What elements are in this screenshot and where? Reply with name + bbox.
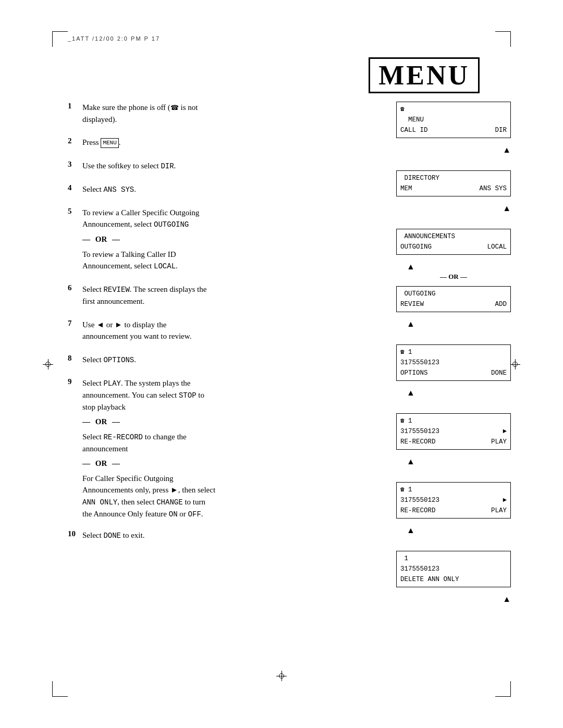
screen-5-done: DONE [491, 368, 507, 378]
screen-6-row-3: RE-RECORD PLAY [400, 437, 507, 447]
screen-7-wrapper: ☎ 1 3175550123 ► RE-RECORD PLAY ▲ [396, 482, 511, 535]
screen-8-number: 3175550123 [400, 564, 439, 574]
screen-5-number: 3175550123 [400, 357, 439, 368]
screen-3: ANNOUNCEMENTS OUTGOING LOCAL [396, 229, 511, 255]
screen-4-review: REVIEW [400, 299, 424, 310]
step-num-5: 5 [68, 207, 82, 216]
crosshair-left [43, 359, 53, 369]
screen-5: ☎ 1 3175550123 OPTIONS DONE [396, 344, 511, 381]
step-5: 5 To review a Caller Specific Outgoing A… [68, 207, 318, 273]
screen-5-row-3: OPTIONS DONE [400, 368, 507, 378]
screen-2-row-1: DIRECTORY [400, 173, 507, 183]
screen-8-delete: DELETE ANN ONLY [400, 574, 459, 585]
screen-8-num: 1 [400, 553, 408, 564]
content-right: ☎ MENU CALL ID DIR ▲ DIRECTORY MEM ANS S… [396, 102, 511, 620]
screen-8-row-1: 1 [400, 553, 507, 564]
screen-3-wrapper: ANNOUNCEMENTS OUTGOING LOCAL ▲ — OR — [396, 229, 511, 281]
screen-7: ☎ 1 3175550123 ► RE-RECORD PLAY [396, 482, 511, 519]
phone-icon-5: ☎ 1 [400, 347, 412, 357]
corner-mark-bl-h [52, 696, 68, 697]
screen-4: OUTGOING REVIEW ADD [396, 286, 511, 312]
crosshair-right [510, 359, 520, 369]
corner-mark-br-h [495, 696, 511, 697]
screen-6-row-1: ☎ 1 [400, 416, 507, 426]
screen-5-arrow: ▲ [396, 388, 511, 398]
phone-icon-6: ☎ 1 [400, 416, 412, 426]
screen-2: DIRECTORY MEM ANS SYS [396, 170, 511, 196]
screen-8-wrapper: 1 3175550123 DELETE ANN ONLY ▲ [396, 551, 511, 604]
screen-3-outgoing: OUTGOING [400, 242, 432, 252]
step-1: 1 Make sure the phone is off (☎ is notdi… [68, 102, 318, 125]
step-4-content: Select ANS SYS. [82, 183, 136, 195]
step-6-content: Select REVIEW. The screen displays thefi… [82, 283, 206, 307]
screen-8: 1 3175550123 DELETE ANN ONLY [396, 551, 511, 587]
step-9: 9 Select PLAY. The system plays the anno… [68, 377, 318, 520]
or-divider-9a: OR [82, 416, 215, 428]
step-7: 7 Use ◄ or ► to display theannouncement … [68, 319, 318, 342]
screen-6-arrow: ▲ [396, 457, 511, 466]
screen-7-row-3: RE-RECORD PLAY [400, 505, 507, 516]
screen-7-rerecord: RE-RECORD [400, 505, 436, 516]
screen-2-mem: MEM [400, 183, 412, 194]
screen-1-arrow: ▲ [396, 145, 511, 155]
screen-7-arrow: ▲ [396, 526, 511, 535]
step-num-3: 3 [68, 160, 82, 169]
screen-6-play: PLAY [491, 437, 507, 447]
step-num-6: 6 [68, 283, 82, 292]
corner-mark-tr-v [510, 31, 511, 47]
step-num-2: 2 [68, 137, 82, 145]
screen-5-row-1: ☎ 1 [400, 347, 507, 357]
screen-8-row-2: 3175550123 [400, 564, 507, 574]
corner-mark-bl-v [52, 681, 53, 697]
step-1-content: Make sure the phone is off (☎ is notdisp… [82, 102, 198, 125]
step-2-content: Press MENU. [82, 137, 121, 149]
screen-2-row-2: MEM ANS SYS [400, 183, 507, 194]
menu-key: MENU [101, 138, 118, 148]
phone-icon-1: ☎ [400, 104, 405, 115]
screen-6-number: 3175550123 [400, 426, 439, 437]
screen-1-row-3: CALL ID DIR [400, 125, 507, 135]
step-8-content: Select OPTIONS. [82, 354, 136, 366]
step-num-4: 4 [68, 183, 82, 192]
page-title: MENU [369, 57, 480, 93]
screen-6-rerecord: RE-RECORD [400, 437, 436, 447]
corner-mark-tr-h [495, 31, 511, 32]
screen-5-row-2: 3175550123 [400, 357, 507, 368]
screen-4-row-1: OUTGOING [400, 289, 507, 299]
screen-7-row-2: 3175550123 ► [400, 495, 507, 505]
step-num-10: 10 [68, 529, 82, 538]
or-label-3: — OR — [396, 273, 511, 281]
header-text: _1ATT /12/00 2:0 PM P 17 [68, 35, 160, 42]
screen-7-row-1: ☎ 1 [400, 485, 507, 495]
screen-2-directory: DIRECTORY [400, 173, 439, 183]
step-num-1: 1 [68, 102, 82, 110]
step-9-content: Select PLAY. The system plays the announ… [82, 377, 215, 520]
screen-1-wrapper: ☎ MENU CALL ID DIR ▲ [396, 102, 511, 155]
screen-1-label-menu: MENU [400, 115, 424, 125]
screen-5-wrapper: ☎ 1 3175550123 OPTIONS DONE ▲ [396, 344, 511, 398]
screen-6: ☎ 1 3175550123 ► RE-RECORD PLAY [396, 413, 511, 450]
phone-icon-7: ☎ 1 [400, 485, 412, 495]
screen-7-right-arrow: ► [503, 495, 507, 505]
screen-7-play: PLAY [491, 505, 507, 516]
corner-mark-br-v [510, 681, 511, 697]
screen-4-add: ADD [495, 299, 507, 310]
corner-mark-tl-h [52, 31, 68, 32]
screen-8-arrow: ▲ [396, 595, 511, 604]
screen-4-outgoing: OUTGOING [400, 289, 436, 299]
screen-2-arrow: ▲ [396, 204, 511, 213]
screen-6-row-2: 3175550123 ► [400, 426, 507, 437]
step-8: 8 Select OPTIONS. [68, 354, 318, 366]
step-3: 3 Use the softkey to select DIR. [68, 160, 318, 172]
step-num-7: 7 [68, 319, 82, 328]
screen-3-announcements: ANNOUNCEMENTS [400, 231, 455, 242]
step-5-content: To review a Caller Specific Outgoing Ann… [82, 207, 199, 273]
screen-1-dir: DIR [495, 125, 507, 135]
step-10: 10 Select DONE to exit. [68, 529, 318, 541]
screen-6-right-arrow: ► [503, 426, 507, 437]
screen-6-wrapper: ☎ 1 3175550123 ► RE-RECORD PLAY ▲ [396, 413, 511, 466]
step-num-9: 9 [68, 377, 82, 386]
screen-1-row-2: MENU [400, 115, 507, 125]
step-4: 4 Select ANS SYS. [68, 183, 318, 195]
screen-3-row-1: ANNOUNCEMENTS [400, 231, 507, 242]
